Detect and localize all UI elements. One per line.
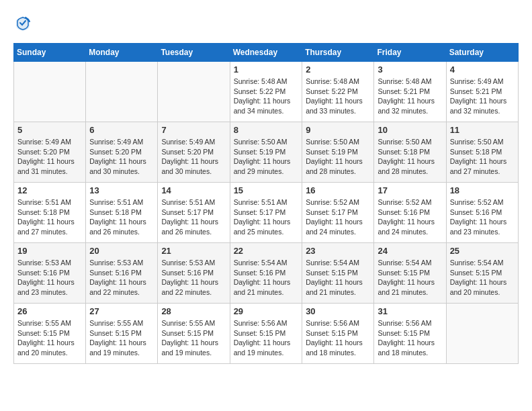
day-info: Sunrise: 5:51 AM Sunset: 5:17 PM Dayligh… [161,197,226,237]
calendar-cell: 12Sunrise: 5:51 AM Sunset: 5:18 PM Dayli… [14,183,86,243]
calendar-week-3: 12Sunrise: 5:51 AM Sunset: 5:18 PM Dayli… [14,183,519,243]
day-info: Sunrise: 5:53 AM Sunset: 5:16 PM Dayligh… [161,258,226,298]
day-number: 5 [17,125,82,135]
day-info: Sunrise: 5:53 AM Sunset: 5:16 PM Dayligh… [17,258,82,298]
calendar-cell: 20Sunrise: 5:53 AM Sunset: 5:16 PM Dayli… [86,243,158,304]
calendar-cell [86,62,158,122]
calendar-cell: 18Sunrise: 5:52 AM Sunset: 5:16 PM Dayli… [446,183,518,243]
day-number: 26 [17,306,82,316]
calendar-table: SundayMondayTuesdayWednesdayThursdayFrid… [13,43,519,364]
day-info: Sunrise: 5:54 AM Sunset: 5:16 PM Dayligh… [234,258,299,298]
weekday-header-saturday: Saturday [446,44,518,62]
day-number: 21 [161,246,226,256]
day-number: 6 [89,125,154,135]
day-info: Sunrise: 5:55 AM Sunset: 5:15 PM Dayligh… [17,318,82,358]
weekday-header-friday: Friday [374,44,446,62]
day-number: 13 [89,185,154,195]
day-number: 7 [161,125,226,135]
day-info: Sunrise: 5:52 AM Sunset: 5:17 PM Dayligh… [306,197,370,237]
day-info: Sunrise: 5:49 AM Sunset: 5:20 PM Dayligh… [89,137,154,177]
day-info: Sunrise: 5:48 AM Sunset: 5:22 PM Dayligh… [234,77,299,116]
calendar-cell: 5Sunrise: 5:49 AM Sunset: 5:20 PM Daylig… [14,122,86,183]
calendar-cell: 4Sunrise: 5:49 AM Sunset: 5:21 PM Daylig… [446,62,518,122]
calendar-cell: 6Sunrise: 5:49 AM Sunset: 5:20 PM Daylig… [86,122,158,183]
day-number: 18 [450,185,515,195]
calendar-cell: 14Sunrise: 5:51 AM Sunset: 5:17 PM Dayli… [158,183,230,243]
day-number: 11 [450,125,515,135]
day-info: Sunrise: 5:51 AM Sunset: 5:18 PM Dayligh… [17,197,82,237]
calendar-cell: 13Sunrise: 5:51 AM Sunset: 5:18 PM Dayli… [86,183,158,243]
day-info: Sunrise: 5:51 AM Sunset: 5:18 PM Dayligh… [89,197,154,237]
weekday-header-wednesday: Wednesday [230,44,302,62]
calendar-cell: 17Sunrise: 5:52 AM Sunset: 5:16 PM Dayli… [374,183,446,243]
day-info: Sunrise: 5:50 AM Sunset: 5:18 PM Dayligh… [450,137,515,177]
calendar-cell: 7Sunrise: 5:49 AM Sunset: 5:20 PM Daylig… [158,122,230,183]
day-info: Sunrise: 5:55 AM Sunset: 5:15 PM Dayligh… [161,318,226,358]
calendar-cell: 23Sunrise: 5:54 AM Sunset: 5:15 PM Dayli… [302,243,374,304]
calendar-cell: 30Sunrise: 5:56 AM Sunset: 5:15 PM Dayli… [302,304,374,364]
day-number: 28 [161,306,226,316]
day-info: Sunrise: 5:56 AM Sunset: 5:15 PM Dayligh… [234,318,299,358]
day-info: Sunrise: 5:49 AM Sunset: 5:20 PM Dayligh… [17,137,82,177]
calendar-week-4: 19Sunrise: 5:53 AM Sunset: 5:16 PM Dayli… [14,243,519,304]
day-info: Sunrise: 5:55 AM Sunset: 5:15 PM Dayligh… [89,318,154,358]
day-info: Sunrise: 5:50 AM Sunset: 5:19 PM Dayligh… [306,137,370,177]
day-number: 20 [89,246,154,256]
calendar-cell: 8Sunrise: 5:50 AM Sunset: 5:19 PM Daylig… [230,122,302,183]
day-number: 23 [306,246,370,256]
calendar-cell: 19Sunrise: 5:53 AM Sunset: 5:16 PM Dayli… [14,243,86,304]
day-info: Sunrise: 5:48 AM Sunset: 5:21 PM Dayligh… [378,77,442,116]
calendar-cell: 31Sunrise: 5:56 AM Sunset: 5:15 PM Dayli… [374,304,446,364]
day-info: Sunrise: 5:54 AM Sunset: 5:15 PM Dayligh… [378,258,442,298]
day-number: 10 [378,125,442,135]
calendar-cell: 22Sunrise: 5:54 AM Sunset: 5:16 PM Dayli… [230,243,302,304]
day-info: Sunrise: 5:56 AM Sunset: 5:15 PM Dayligh… [378,318,442,358]
day-number: 16 [306,185,370,195]
calendar-cell: 15Sunrise: 5:51 AM Sunset: 5:17 PM Dayli… [230,183,302,243]
calendar-cell [158,62,230,122]
calendar-cell: 29Sunrise: 5:56 AM Sunset: 5:15 PM Dayli… [230,304,302,364]
calendar-week-5: 26Sunrise: 5:55 AM Sunset: 5:15 PM Dayli… [14,304,519,364]
calendar-cell: 25Sunrise: 5:54 AM Sunset: 5:15 PM Dayli… [446,243,518,304]
calendar-cell: 3Sunrise: 5:48 AM Sunset: 5:21 PM Daylig… [374,62,446,122]
calendar-cell: 1Sunrise: 5:48 AM Sunset: 5:22 PM Daylig… [230,62,302,122]
day-number: 2 [306,64,370,75]
day-number: 4 [450,64,515,75]
logo [13,13,35,32]
weekday-header-row: SundayMondayTuesdayWednesdayThursdayFrid… [14,44,519,62]
weekday-header-tuesday: Tuesday [158,44,230,62]
day-info: Sunrise: 5:50 AM Sunset: 5:19 PM Dayligh… [234,137,299,177]
day-info: Sunrise: 5:50 AM Sunset: 5:18 PM Dayligh… [378,137,442,177]
calendar-cell: 27Sunrise: 5:55 AM Sunset: 5:15 PM Dayli… [86,304,158,364]
day-number: 1 [234,64,299,75]
calendar-cell: 21Sunrise: 5:53 AM Sunset: 5:16 PM Dayli… [158,243,230,304]
day-number: 15 [234,185,299,195]
calendar-cell: 2Sunrise: 5:48 AM Sunset: 5:22 PM Daylig… [302,62,374,122]
day-number: 12 [17,185,82,195]
day-info: Sunrise: 5:49 AM Sunset: 5:21 PM Dayligh… [450,77,515,116]
day-number: 8 [234,125,299,135]
day-number: 25 [450,246,515,256]
day-number: 19 [17,246,82,256]
weekday-header-monday: Monday [86,44,158,62]
page-header [13,13,519,32]
calendar-cell: 10Sunrise: 5:50 AM Sunset: 5:18 PM Dayli… [374,122,446,183]
calendar-week-1: 1Sunrise: 5:48 AM Sunset: 5:22 PM Daylig… [14,62,519,122]
calendar-cell [446,304,518,364]
calendar-cell: 11Sunrise: 5:50 AM Sunset: 5:18 PM Dayli… [446,122,518,183]
day-info: Sunrise: 5:56 AM Sunset: 5:15 PM Dayligh… [306,318,370,358]
calendar-cell: 28Sunrise: 5:55 AM Sunset: 5:15 PM Dayli… [158,304,230,364]
day-number: 31 [378,306,442,316]
day-info: Sunrise: 5:53 AM Sunset: 5:16 PM Dayligh… [89,258,154,298]
day-info: Sunrise: 5:51 AM Sunset: 5:17 PM Dayligh… [234,197,299,237]
calendar-cell: 9Sunrise: 5:50 AM Sunset: 5:19 PM Daylig… [302,122,374,183]
calendar-cell: 26Sunrise: 5:55 AM Sunset: 5:15 PM Dayli… [14,304,86,364]
calendar-cell: 16Sunrise: 5:52 AM Sunset: 5:17 PM Dayli… [302,183,374,243]
day-number: 17 [378,185,442,195]
day-number: 9 [306,125,370,135]
day-number: 30 [306,306,370,316]
day-info: Sunrise: 5:54 AM Sunset: 5:15 PM Dayligh… [306,258,370,298]
weekday-header-sunday: Sunday [14,44,86,62]
day-number: 3 [378,64,442,75]
day-number: 29 [234,306,299,316]
